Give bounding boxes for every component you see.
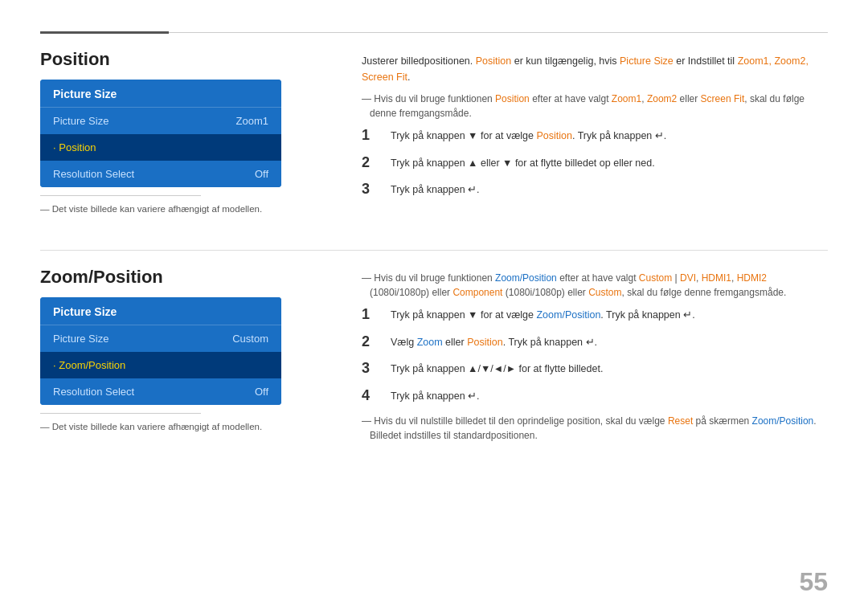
- position-item-label-2: Resolution Select: [53, 168, 134, 180]
- position-menu-item-picturesize[interactable]: Picture Size Zoom1: [40, 108, 281, 134]
- zoom-item-label-1: · Zoom/Position: [53, 359, 125, 371]
- zoom-step-2: 2 Vælg Zoom eller Position. Tryk på knap…: [362, 333, 828, 351]
- position-steps: 1 Tryk på knappen ▼ for at vælge Positio…: [362, 127, 828, 198]
- position-menu-underline: [40, 195, 201, 196]
- zoom-item-value-0: Custom: [232, 333, 268, 345]
- position-step-3: 3 Tryk på knappen ↵.: [362, 181, 828, 198]
- zoom-step-4: 4 Tryk på knappen ↵.: [362, 387, 828, 405]
- position-menu-item-position[interactable]: · Position: [40, 134, 281, 161]
- zoom-section-right: ― Hvis du vil bruge funktionen Zoom/Posi…: [346, 267, 828, 447]
- zoom-menu-header: Picture Size: [40, 297, 281, 325]
- zoom-menu-item-resolution[interactable]: Resolution Select Off: [40, 378, 281, 405]
- position-step-1: 1 Tryk på knappen ▼ for at vælge Positio…: [362, 127, 828, 145]
- zoom-menu-underline: [40, 413, 201, 414]
- zoom-steps: 1 Tryk på knappen ▼ for at vælge Zoom/Po…: [362, 306, 828, 404]
- section-divider: [40, 250, 828, 251]
- zoom-section-left: Zoom/Position Picture Size Picture Size …: [40, 267, 346, 447]
- zoom-position-section: Zoom/Position Picture Size Picture Size …: [40, 267, 828, 447]
- position-section-left: Position Picture Size Picture Size Zoom1…: [40, 49, 346, 214]
- zoom-menu-item-zoomposition[interactable]: · Zoom/Position: [40, 352, 281, 378]
- position-menu-item-resolution[interactable]: Resolution Select Off: [40, 161, 281, 187]
- position-menu-box: Picture Size Picture Size Zoom1 · Positi…: [40, 80, 281, 187]
- zoom-step-3: 3 Tryk på knappen ▲/▼/◄/► for at flytte …: [362, 360, 828, 378]
- zoom-item-label-2: Resolution Select: [53, 386, 134, 398]
- top-divider: [40, 32, 828, 33]
- position-item-label-1: · Position: [53, 141, 96, 153]
- position-section-right: Justerer billedpositionen. Position er k…: [346, 49, 828, 214]
- position-item-value-2: Off: [255, 168, 268, 180]
- zoom-item-label-0: Picture Size: [53, 333, 108, 345]
- zoom-note: ― Det viste billede kan variere afhængig…: [40, 422, 321, 431]
- zoom-reset-note: ― Hvis du vil nulstille billedet til den…: [362, 414, 828, 443]
- zoom-sub-note: ― Hvis du vil bruge funktionen Zoom/Posi…: [362, 271, 828, 300]
- position-item-value-0: Zoom1: [236, 115, 268, 127]
- zoom-item-value-2: Off: [255, 386, 268, 398]
- position-title: Position: [40, 49, 321, 70]
- position-menu-header: Picture Size: [40, 80, 281, 108]
- position-item-label-0: Picture Size: [53, 115, 108, 127]
- position-note: ― Det viste billede kan variere afhængig…: [40, 204, 321, 214]
- zoom-menu-box: Picture Size Picture Size Custom · Zoom/…: [40, 297, 281, 405]
- position-step-2: 2 Tryk på knappen ▲ eller ▼ for at flytt…: [362, 154, 828, 172]
- zoom-title: Zoom/Position: [40, 267, 321, 288]
- position-section: Position Picture Size Picture Size Zoom1…: [40, 49, 828, 214]
- page-number: 55: [799, 567, 828, 597]
- zoom-step-1: 1 Tryk på knappen ▼ for at vælge Zoom/Po…: [362, 306, 828, 324]
- zoom-menu-item-picturesize[interactable]: Picture Size Custom: [40, 325, 281, 352]
- position-description: Justerer billedpositionen. Position er k…: [362, 53, 828, 85]
- position-sub-note: ― Hvis du vil bruge funktionen Position …: [362, 92, 828, 121]
